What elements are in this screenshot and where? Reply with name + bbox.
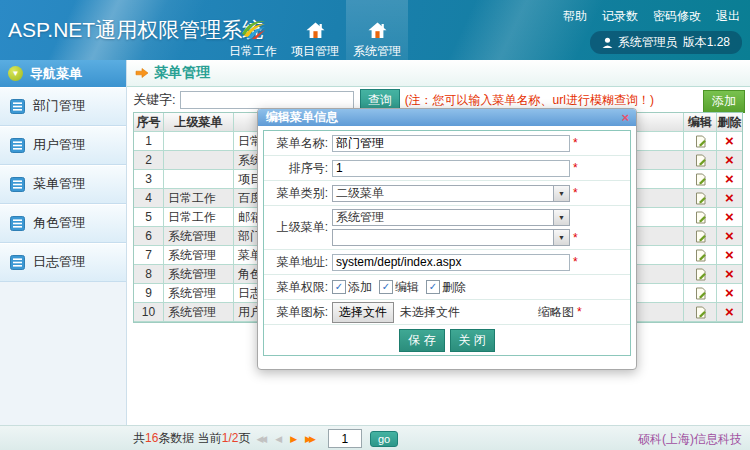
prev-page-icon[interactable]: ◀ [273, 434, 284, 444]
delete-icon[interactable]: × [725, 227, 734, 244]
cell-parent-menu: 系统管理 [164, 227, 234, 246]
cell-edit [684, 208, 717, 227]
keyword-input[interactable] [180, 91, 354, 109]
chevron-down-icon: ▼ [553, 230, 569, 245]
tab-project-management[interactable]: 项目管理 [284, 0, 346, 60]
permission-checkbox[interactable]: ✓ 编辑 [379, 279, 419, 296]
sidebar-item-user[interactable]: 用户管理 [0, 126, 126, 165]
edit-icon[interactable] [694, 306, 707, 319]
header-link[interactable]: 记录数 [602, 8, 638, 25]
field-menu-url: 菜单地址: * [264, 250, 630, 275]
next-page-icon[interactable]: ▶ [288, 434, 299, 444]
parent-menu-select[interactable]: 系统管理 ▼ [332, 209, 570, 226]
header-link[interactable]: 退出 [716, 8, 740, 25]
edit-icon[interactable] [694, 173, 707, 186]
cell-index: 6 [134, 227, 164, 246]
cell-index: 4 [134, 189, 164, 208]
choose-file-button[interactable]: 选择文件 [332, 302, 394, 323]
menu-url-input[interactable] [332, 254, 570, 271]
header-link[interactable]: 帮助 [563, 8, 587, 25]
sort-order-input[interactable] [332, 160, 570, 177]
delete-icon[interactable]: × [725, 189, 734, 206]
col-index[interactable]: 序号 [134, 113, 164, 132]
edit-icon[interactable] [694, 268, 707, 281]
header-link[interactable]: 密码修改 [653, 8, 701, 25]
menu-category-select[interactable]: 二级菜单 ▼ [332, 185, 570, 202]
user-pill[interactable]: 系统管理员 版本1.28 [590, 31, 742, 54]
sort-order-label: 排序号: [268, 160, 328, 177]
menu-icon-label: 菜单图标: [268, 304, 328, 321]
header-tabs: 日常工作 项目管理 [222, 0, 408, 60]
required-mark: * [573, 186, 578, 200]
menu-name-label: 菜单名称: [268, 135, 328, 152]
delete-icon[interactable]: × [725, 265, 734, 282]
search-note: (注：您可以输入菜单名称、url进行模糊查询！) [405, 92, 654, 109]
dialog-titlebar: 编辑菜单信息 × [258, 109, 636, 126]
required-mark: * [577, 305, 582, 319]
cell-edit [684, 265, 717, 284]
menu-list-icon [10, 138, 25, 153]
delete-icon[interactable]: × [725, 246, 734, 263]
edit-icon[interactable] [694, 192, 707, 205]
permission-label: 添加 [348, 279, 372, 296]
cell-edit [684, 284, 717, 303]
cell-parent-menu [164, 132, 234, 151]
edit-icon[interactable] [694, 135, 707, 148]
first-page-icon[interactable]: ◀◀ [254, 434, 269, 444]
delete-icon[interactable]: × [725, 284, 734, 301]
pagination: 共16条数据 当前1/2页 ◀◀ ◀ ▶ ▶▶ go [133, 429, 398, 448]
dialog-form: 菜单名称: * 排序号: * 菜单类别: 二级菜单 ▼ * 上级菜单: [263, 130, 631, 356]
col-parent-menu[interactable]: 上级菜单 [164, 113, 234, 132]
last-page-icon[interactable]: ▶▶ [303, 434, 318, 444]
delete-icon[interactable]: × [725, 303, 734, 320]
cell-edit [684, 151, 717, 170]
collapse-arrow-icon: ▼ [8, 66, 23, 81]
edit-icon[interactable] [694, 230, 707, 243]
sidebar-header[interactable]: ▼ 导航菜单 [0, 60, 126, 87]
edit-icon[interactable] [694, 211, 707, 224]
save-button[interactable]: 保 存 [399, 329, 444, 352]
cell-delete: × [717, 265, 742, 284]
parent-submenu-select[interactable]: ▼ [332, 229, 570, 246]
dialog-close-button[interactable]: 关 闭 [450, 329, 495, 352]
edit-icon[interactable] [694, 154, 707, 167]
delete-icon[interactable]: × [725, 151, 734, 168]
cell-delete: × [717, 170, 742, 189]
field-sort-order: 排序号: * [264, 156, 630, 181]
page-title: 菜单管理 [154, 64, 210, 82]
close-icon[interactable]: × [621, 109, 629, 126]
sidebar-items: 部门管理 用户管理 菜单管理 角色管理 [0, 87, 126, 282]
cell-parent-menu: 系统管理 [164, 303, 234, 322]
header-links: 帮助 记录数 密码修改 退出 [563, 8, 740, 25]
dialog-title: 编辑菜单信息 [266, 110, 338, 124]
delete-icon[interactable]: × [725, 132, 734, 149]
sidebar-item-label: 日志管理 [33, 253, 85, 271]
sidebar-item-role[interactable]: 角色管理 [0, 204, 126, 243]
app: ASP.NET通用权限管理系统 帮助 记录数 密码修改 退出 日常工作 [0, 0, 750, 450]
required-mark: * [573, 136, 578, 150]
page-number-input[interactable] [328, 429, 362, 448]
cell-index: 1 [134, 132, 164, 151]
delete-icon[interactable]: × [725, 170, 734, 187]
menu-name-input[interactable] [332, 135, 570, 152]
permission-checkbox[interactable]: ✓ 删除 [426, 279, 466, 296]
add-button[interactable]: 添加 [703, 90, 745, 113]
go-button[interactable]: go [370, 431, 398, 447]
permission-checkbox[interactable]: ✓ 添加 [332, 279, 372, 296]
tab-daily-work[interactable]: 日常工作 [222, 0, 284, 60]
sidebar-item-menu[interactable]: 菜单管理 [0, 165, 126, 204]
sidebar-item-log[interactable]: 日志管理 [0, 243, 126, 282]
edit-menu-dialog: 编辑菜单信息 × 菜单名称: * 排序号: * 菜单类别: 二级菜单 ▼ * [257, 108, 637, 370]
sidebar-item-department[interactable]: 部门管理 [0, 87, 126, 126]
user-name: 系统管理员 [618, 34, 678, 51]
cell-edit [684, 303, 717, 322]
checkbox-icon: ✓ [379, 280, 393, 294]
tab-system-management[interactable]: 系统管理 [346, 0, 408, 60]
sidebar: ▼ 导航菜单 部门管理 用户管理 菜单管理 [0, 60, 127, 425]
edit-icon[interactable] [694, 249, 707, 262]
cell-parent-menu: 日常工作 [164, 208, 234, 227]
edit-icon[interactable] [694, 287, 707, 300]
company-name: 硕科(上海)信息科技 [638, 431, 742, 448]
permission-label: 编辑 [395, 279, 419, 296]
delete-icon[interactable]: × [725, 208, 734, 225]
